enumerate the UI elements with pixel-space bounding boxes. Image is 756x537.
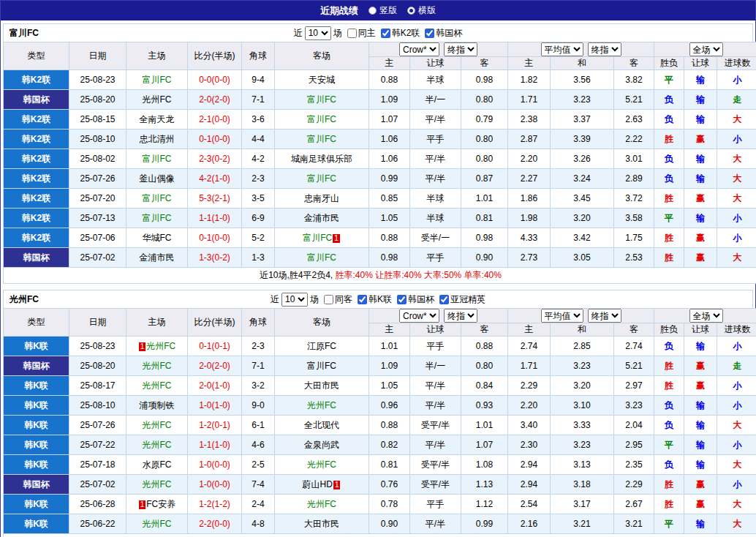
cell-result-2: 大 bbox=[717, 149, 756, 169]
team-link[interactable]: 光州FC bbox=[143, 479, 172, 489]
cell-home-team: 光州FC bbox=[126, 90, 188, 110]
results-table: 类型日期主场比分(半场)角球客场Crow*终指平均值终指全场主让球客主和客胜负让… bbox=[3, 42, 756, 284]
league-filter-checkbox[interactable]: 韩国杯 bbox=[394, 293, 434, 306]
cell-avg-0: 2.20 bbox=[508, 396, 551, 416]
team-link[interactable]: 金浦市民 bbox=[304, 213, 339, 223]
cell-result-1: 赢 bbox=[684, 376, 717, 396]
odds-company-select[interactable]: Crow* bbox=[399, 42, 439, 56]
league-filter-input[interactable] bbox=[358, 295, 367, 304]
cell-result-1: 输 bbox=[684, 70, 717, 90]
cell-result-2: 小 bbox=[717, 396, 756, 416]
team-link[interactable]: 富川FC bbox=[143, 213, 172, 223]
team-link[interactable]: 全北现代 bbox=[304, 420, 339, 430]
cell-avg-2: 3.82 bbox=[614, 70, 654, 90]
scope-select[interactable]: 全场 bbox=[689, 309, 723, 323]
same-venue-input[interactable] bbox=[347, 29, 357, 38]
team-link[interactable]: 光州FC bbox=[143, 440, 172, 450]
cell-away-team: 大田市民 bbox=[275, 376, 369, 396]
league-filter-input[interactable] bbox=[439, 295, 449, 304]
team-link[interactable]: 光州FC bbox=[143, 94, 172, 105]
odds-time-select[interactable]: 终指 bbox=[444, 42, 477, 56]
cell-score: 2-2(0-0) bbox=[188, 514, 242, 534]
odds-select-cell: Crow*终指 bbox=[369, 42, 508, 57]
cell-date: 25-07-22 bbox=[69, 435, 126, 455]
team-link[interactable]: 水原FC bbox=[143, 459, 172, 470]
team-link[interactable]: 光州FC bbox=[143, 361, 172, 371]
team-link[interactable]: 光州FC bbox=[307, 400, 336, 410]
match-count-select[interactable]: 10 bbox=[305, 26, 331, 40]
same-venue-checkbox[interactable]: 同主 bbox=[344, 27, 376, 40]
subcol-header: 和 bbox=[551, 323, 614, 337]
team-link[interactable]: 光州FC bbox=[146, 341, 175, 351]
league-filter-input[interactable] bbox=[381, 29, 390, 38]
cell-odds-1: 平/半 bbox=[410, 149, 461, 169]
league-filter-checkbox[interactable]: 韩国杯 bbox=[422, 27, 462, 40]
same-venue-input[interactable] bbox=[324, 295, 333, 304]
team-link[interactable]: 忠南牙山 bbox=[304, 193, 339, 203]
team-link[interactable]: 富川FC bbox=[143, 193, 172, 203]
cell-odds-1: 平手 bbox=[410, 248, 461, 268]
avg-time-select[interactable]: 终指 bbox=[588, 309, 621, 323]
cell-home-team: 金浦市民 bbox=[126, 248, 188, 268]
league-filter-checkbox[interactable]: 韩K联 bbox=[355, 293, 392, 306]
summary-row: 近10场,胜4平2负4, 胜率:40% 让胜率:40% 大率:50% 单率:40… bbox=[4, 268, 756, 284]
team-link[interactable]: 城南足球俱乐部 bbox=[291, 154, 352, 164]
team-link[interactable]: 光州FC bbox=[307, 459, 336, 470]
radio-vertical[interactable]: 竖版 bbox=[368, 4, 397, 17]
team-link[interactable]: 全南天龙 bbox=[140, 114, 175, 124]
cell-result-0: 胜 bbox=[654, 129, 684, 149]
team-link[interactable]: 光州FC bbox=[143, 380, 172, 391]
team-link[interactable]: 蔚山HD bbox=[303, 479, 333, 489]
cell-odds-0: 0.81 bbox=[369, 455, 410, 475]
team-link[interactable]: 大田市民 bbox=[304, 380, 339, 391]
cell-odds-2: 0.79 bbox=[461, 110, 508, 129]
avg-time-select[interactable]: 终指 bbox=[588, 42, 621, 56]
league-filter-checkbox[interactable]: 亚冠精英 bbox=[436, 293, 485, 306]
cell-result-1: 赢 bbox=[684, 189, 717, 209]
team-link[interactable]: 富川FC bbox=[143, 75, 172, 85]
cell-odds-1: 受平/半 bbox=[410, 475, 461, 495]
odds-company-select[interactable]: Crow* bbox=[399, 309, 439, 323]
team-link[interactable]: 富川FC bbox=[307, 173, 336, 184]
team-link[interactable]: 光州FC bbox=[143, 420, 172, 430]
team-link[interactable]: 金泉尚武 bbox=[304, 440, 339, 450]
team-link[interactable]: 天安城 bbox=[309, 75, 335, 85]
team-link[interactable]: 富川FC bbox=[143, 154, 172, 164]
cell-corners: 1-3 bbox=[242, 248, 275, 268]
cell-avg-1: 3.10 bbox=[551, 396, 614, 416]
cell-result-1: 输 bbox=[684, 110, 717, 129]
cell-result-2: 大 bbox=[717, 189, 756, 209]
col-date: 日期 bbox=[69, 42, 126, 70]
scope-select[interactable]: 全场 bbox=[689, 42, 723, 56]
team-link[interactable]: 富川FC bbox=[307, 252, 336, 263]
league-filter-input[interactable] bbox=[397, 295, 407, 304]
team-link[interactable]: 忠北清州 bbox=[140, 134, 175, 144]
radio-horizontal[interactable]: 横版 bbox=[407, 4, 436, 17]
cell-result-1: 输 bbox=[684, 149, 717, 169]
league-filter-checkbox[interactable]: 韩K2联 bbox=[378, 27, 420, 40]
team-link[interactable]: 浦项制铁 bbox=[140, 400, 175, 410]
team-link[interactable]: 富川FC bbox=[307, 134, 336, 144]
team-link[interactable]: 釜山偶像 bbox=[140, 173, 175, 184]
team-link[interactable]: 金浦市民 bbox=[140, 252, 175, 263]
cell-away-team: 富川FC bbox=[275, 110, 369, 129]
recent-results-page: 近期战绩 竖版 横版 富川FC近10场同主韩K2联韩国杯类型日期主场比分(半场)… bbox=[0, 0, 756, 537]
same-venue-checkbox[interactable]: 同客 bbox=[321, 293, 352, 306]
cell-result-2: 大 bbox=[717, 416, 756, 435]
avg-source-select[interactable]: 平均值 bbox=[541, 42, 583, 56]
team-link[interactable]: 华城FC bbox=[143, 233, 172, 243]
team-link[interactable]: 光州FC bbox=[307, 499, 336, 509]
team-link[interactable]: 光州FC bbox=[143, 519, 172, 529]
match-count-select[interactable]: 10 bbox=[281, 293, 308, 307]
cell-league: 韩K2联 bbox=[4, 209, 69, 228]
team-link[interactable]: 富川FC bbox=[303, 233, 332, 243]
league-filter-input[interactable] bbox=[425, 29, 434, 38]
team-link[interactable]: FC安养 bbox=[146, 499, 175, 509]
odds-time-select[interactable]: 终指 bbox=[444, 309, 477, 323]
team-link[interactable]: 富川FC bbox=[307, 361, 336, 371]
team-link[interactable]: 富川FC bbox=[307, 94, 336, 105]
team-link[interactable]: 江原FC bbox=[307, 341, 336, 351]
avg-source-select[interactable]: 平均值 bbox=[541, 309, 583, 323]
team-link[interactable]: 富川FC bbox=[307, 114, 336, 124]
team-link[interactable]: 大田市民 bbox=[304, 519, 339, 529]
